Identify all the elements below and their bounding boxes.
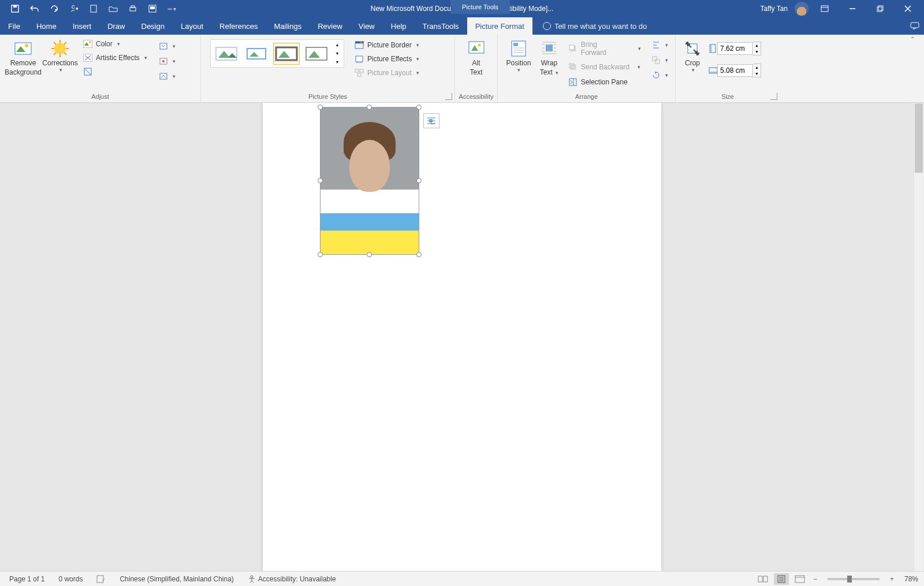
height-spinner[interactable]: ▲▼ (753, 42, 761, 55)
ribbon-display-options-icon[interactable] (813, 1, 836, 17)
resize-handle-br[interactable] (416, 252, 422, 257)
picture-styles-gallery: ▴▾▾ (210, 39, 344, 68)
zoom-slider[interactable] (828, 578, 880, 580)
position-button[interactable]: Position▾ (502, 38, 535, 73)
accessibility-status[interactable]: Accessibility: Unavailable (248, 575, 336, 583)
selected-picture[interactable] (321, 107, 419, 254)
transparency-icon (83, 67, 92, 76)
style-gallery-more[interactable]: ▴▾▾ (333, 42, 341, 65)
close-button[interactable] (896, 1, 919, 17)
tab-layout[interactable]: Layout (173, 17, 211, 35)
width-input[interactable]: 5.08 cm (717, 64, 753, 77)
svg-point-13 (25, 44, 28, 47)
tab-insert[interactable]: Insert (65, 17, 100, 35)
resize-handle-ml[interactable] (318, 178, 323, 183)
tab-references[interactable]: References (211, 17, 266, 35)
language-indicator[interactable]: Chinese (Simplified, Mainland China) (120, 575, 233, 583)
color-button[interactable]: Color▾ (81, 38, 150, 50)
web-layout-icon[interactable] (792, 573, 807, 585)
tab-transtools[interactable]: TransTools (415, 17, 467, 35)
wrap-text-button[interactable]: Wrap Text ▾ (535, 38, 564, 77)
tell-me-search[interactable]: Tell me what you want to do (532, 17, 647, 35)
height-input[interactable]: 7.62 cm (717, 42, 753, 55)
resize-handle-bm[interactable] (367, 252, 372, 257)
svg-rect-41 (571, 65, 575, 69)
resize-handle-bl[interactable] (318, 252, 323, 257)
spin-down-icon[interactable]: ▼ (753, 49, 761, 55)
tab-picture-format[interactable]: Picture Format (467, 17, 532, 35)
style-thumb-1[interactable] (213, 43, 240, 65)
undo-icon[interactable] (30, 4, 39, 13)
tab-view[interactable]: View (351, 17, 383, 35)
tab-design[interactable]: Design (133, 17, 173, 35)
svg-rect-30 (355, 69, 359, 72)
vertical-scrollbar[interactable] (914, 103, 923, 571)
quick-print-icon[interactable] (128, 4, 137, 13)
qat-more-icon[interactable]: ═ ▾ (167, 4, 177, 13)
spell-check-icon[interactable] (96, 575, 106, 583)
size-launcher[interactable] (770, 93, 777, 100)
width-spinner[interactable]: ▲▼ (753, 64, 761, 77)
page-indicator[interactable]: Page 1 of 1 (9, 575, 44, 583)
position-icon (509, 39, 528, 58)
spin-up-icon[interactable]: ▲ (753, 64, 761, 71)
height-field[interactable]: 7.62 cm ▲▼ (708, 42, 761, 55)
avatar[interactable] (795, 2, 808, 16)
spin-up-icon[interactable]: ▲ (753, 42, 761, 49)
resize-handle-tm[interactable] (367, 105, 372, 110)
zoom-out-button[interactable]: − (811, 575, 819, 583)
open-icon[interactable] (109, 4, 118, 13)
change-picture-button[interactable]: ▾ (157, 55, 178, 67)
tab-help[interactable]: Help (383, 17, 415, 35)
alt-text-button[interactable]: Alt Text (461, 38, 492, 77)
spin-down-icon[interactable]: ▼ (753, 71, 761, 77)
layout-options-button[interactable] (423, 113, 439, 128)
picture-effects-icon (355, 54, 364, 64)
style-thumb-4[interactable] (303, 43, 330, 65)
resize-handle-tr[interactable] (416, 105, 422, 110)
maximize-button[interactable] (869, 1, 892, 17)
tab-home[interactable]: Home (28, 17, 65, 35)
artistic-effects-button[interactable]: Artistic Effects▾ (81, 52, 150, 64)
scrollbar-thumb[interactable] (915, 103, 923, 173)
comments-icon[interactable] (910, 21, 919, 31)
remove-background-button[interactable]: Remove Background (5, 38, 42, 77)
zoom-slider-thumb[interactable] (847, 576, 852, 583)
compress-pictures-button[interactable]: ▾ (157, 40, 178, 52)
zoom-level[interactable]: 78% (904, 575, 918, 583)
tab-mailings[interactable]: Mailings (266, 17, 310, 35)
tab-file[interactable]: File (0, 17, 28, 35)
svg-rect-36 (513, 43, 518, 46)
user-name[interactable]: Taffy Tan (760, 5, 788, 13)
width-field[interactable]: 5.08 cm ▲▼ (708, 64, 761, 77)
corrections-button[interactable]: Corrections ▾ (42, 38, 79, 73)
rotate-button[interactable]: ▾ (649, 69, 670, 81)
picture-effects-button[interactable]: Picture Effects▾ (352, 53, 422, 65)
redo-icon[interactable] (50, 4, 59, 13)
resize-handle-tl[interactable] (318, 105, 323, 110)
touch-mode-icon[interactable]: ▾ (69, 4, 79, 13)
align-button[interactable]: ▾ (649, 39, 670, 51)
minimize-button[interactable] (841, 1, 864, 17)
word-count[interactable]: 0 words (58, 575, 83, 583)
zoom-in-button[interactable]: + (888, 575, 896, 583)
crop-button[interactable]: Crop▾ (680, 38, 705, 73)
transparency-button[interactable] (81, 66, 150, 77)
reset-picture-button[interactable]: ▾ (157, 71, 178, 82)
picture-border-button[interactable]: Picture Border▾ (352, 39, 422, 51)
svg-rect-46 (711, 44, 716, 53)
tab-review[interactable]: Review (310, 17, 351, 35)
collapse-ribbon-icon[interactable]: ⌃ (907, 35, 918, 43)
read-mode-icon[interactable] (755, 573, 770, 585)
print-layout-icon[interactable] (774, 573, 789, 585)
new-doc-icon[interactable] (89, 4, 98, 13)
resize-handle-mr[interactable] (416, 178, 422, 183)
tab-draw[interactable]: Draw (99, 17, 133, 35)
styles-launcher[interactable] (445, 93, 452, 100)
style-thumb-3[interactable] (273, 43, 300, 65)
selection-pane-button[interactable]: Selection Pane (566, 76, 643, 88)
print-preview-icon[interactable] (148, 4, 157, 13)
page[interactable] (263, 103, 661, 571)
style-thumb-2[interactable] (243, 43, 270, 65)
save-icon[interactable] (10, 4, 20, 13)
